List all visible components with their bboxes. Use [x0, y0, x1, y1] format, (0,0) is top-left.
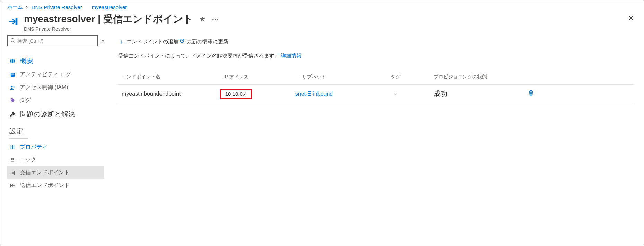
delete-icon[interactable]	[528, 90, 534, 98]
page-subtitle: DNS Private Resolver	[24, 26, 219, 32]
sidebar-item-tags[interactable]: タグ	[7, 94, 104, 107]
svg-point-10	[13, 86, 15, 88]
sidebar-label-iam: アクセス制御 (IAM)	[20, 84, 68, 91]
inbound-endpoint-icon	[9, 170, 16, 176]
sidebar-item-activity-log[interactable]: アクティビティ ログ	[7, 68, 104, 81]
breadcrumb-current[interactable]: myeastresolver	[92, 4, 127, 10]
search-box[interactable]	[7, 35, 98, 46]
sidebar-label-diagnose: 問題の診断と解決	[20, 109, 75, 119]
svg-rect-0	[16, 18, 18, 25]
sidebar-label-tags: タグ	[20, 97, 31, 104]
breadcrumb-home[interactable]: ホーム	[7, 4, 23, 10]
refresh-button[interactable]: 最新の情報に更新	[179, 38, 228, 45]
sidebar-section-settings: 設定	[7, 122, 104, 138]
refresh-icon	[179, 38, 185, 45]
cell-subnet-link[interactable]: snet-E-inbound	[295, 91, 333, 97]
svg-point-11	[11, 99, 12, 100]
plus-icon: ＋	[118, 37, 124, 46]
sidebar-item-inbound-endpoint[interactable]: 受信エンドポイント	[7, 166, 104, 179]
sidebar-item-lock[interactable]: ロック	[7, 153, 104, 166]
properties-icon: ill	[9, 144, 16, 150]
svg-rect-13	[14, 171, 15, 175]
main-content: ＋ エンドポイントの追加 最新の情報に更新 受信エンドポイントによって、ドメイン…	[104, 35, 644, 243]
endpoint-table: エンドポイント名 IP アドレス サブネット タグ プロビジョニングの状態 my…	[118, 70, 633, 103]
sidebar-label-outbound: 送信エンドポイント	[20, 182, 70, 189]
svg-line-2	[14, 41, 15, 43]
search-input[interactable]	[17, 38, 95, 44]
more-info-link[interactable]: 詳細情報	[281, 53, 302, 59]
sidebar-item-overview[interactable]: 概要	[7, 53, 104, 68]
col-endpoint-name: エンドポイント名	[122, 74, 201, 80]
svg-rect-12	[11, 160, 14, 162]
breadcrumb: ホーム > DNS Private Resolver myeastresolve…	[0, 0, 644, 12]
section-underline	[9, 138, 28, 139]
activity-log-icon	[9, 72, 16, 78]
svg-rect-7	[11, 74, 14, 74]
cell-endpoint-name: myeastinboundendpoint	[122, 91, 201, 97]
col-ip: IP アドレス	[201, 74, 271, 80]
toolbar: ＋ エンドポイントの追加 最新の情報に更新	[118, 35, 633, 53]
close-icon[interactable]: ✕	[625, 12, 637, 24]
dns-resolver-icon	[7, 15, 20, 28]
cell-ip-highlight: 10.10.0.4	[220, 89, 252, 99]
svg-point-1	[11, 38, 14, 42]
sidebar-label-inbound: 受信エンドポイント	[20, 169, 70, 176]
add-endpoint-button[interactable]: ＋ エンドポイントの追加	[118, 37, 179, 46]
globe-icon	[9, 58, 16, 64]
cell-state: 成功	[434, 89, 513, 98]
sidebar-label-overview: 概要	[20, 56, 34, 65]
cell-tag: -	[357, 91, 434, 97]
table-header: エンドポイント名 IP アドレス サブネット タグ プロビジョニングの状態	[118, 70, 633, 84]
sidebar-label-properties: プロパティ	[20, 143, 47, 151]
more-menu-icon[interactable]: ⋯	[212, 15, 219, 23]
col-subnet: サブネット	[271, 74, 357, 80]
tag-icon	[9, 97, 16, 104]
col-tag: タグ	[357, 74, 434, 80]
svg-rect-14	[10, 184, 11, 187]
people-icon	[9, 85, 16, 91]
sidebar-label-lock: ロック	[20, 156, 36, 164]
refresh-label: 最新の情報に更新	[187, 38, 228, 45]
page-title: myeastresolver | 受信エンドポイント	[24, 12, 193, 26]
sidebar-label-activity-log: アクティビティ ログ	[20, 71, 71, 78]
svg-rect-8	[11, 75, 14, 75]
favorite-star-icon[interactable]: ★	[199, 15, 206, 23]
breadcrumb-resource-type[interactable]: DNS Private Resolver	[32, 4, 82, 10]
page-header: myeastresolver | 受信エンドポイント ★ ⋯ DNS Priva…	[0, 12, 644, 35]
breadcrumb-sep-icon: >	[26, 4, 29, 10]
sidebar-item-diagnose[interactable]: 問題の診断と解決	[7, 107, 104, 122]
lock-icon	[9, 157, 16, 163]
description-text: 受信エンドポイントによって、ドメイン名解決要求が受信されます。 詳細情報	[118, 53, 633, 59]
sidebar-item-iam[interactable]: アクセス制御 (IAM)	[7, 81, 104, 94]
wrench-icon	[9, 111, 16, 117]
search-icon	[10, 38, 15, 44]
collapse-sidebar-icon[interactable]: «	[101, 38, 104, 44]
sidebar: « 概要 アクティビティ ログ アクセス制御 (IAM) タグ	[0, 35, 104, 243]
svg-point-9	[11, 86, 13, 87]
col-state: プロビジョニングの状態	[434, 74, 513, 80]
sidebar-item-properties[interactable]: ill プロパティ	[7, 141, 104, 153]
table-row: myeastinboundendpoint 10.10.0.4 snet-E-i…	[118, 84, 633, 103]
sidebar-item-outbound-endpoint[interactable]: 送信エンドポイント	[7, 179, 104, 192]
add-endpoint-label: エンドポイントの追加	[127, 38, 179, 45]
outbound-endpoint-icon	[9, 183, 16, 189]
